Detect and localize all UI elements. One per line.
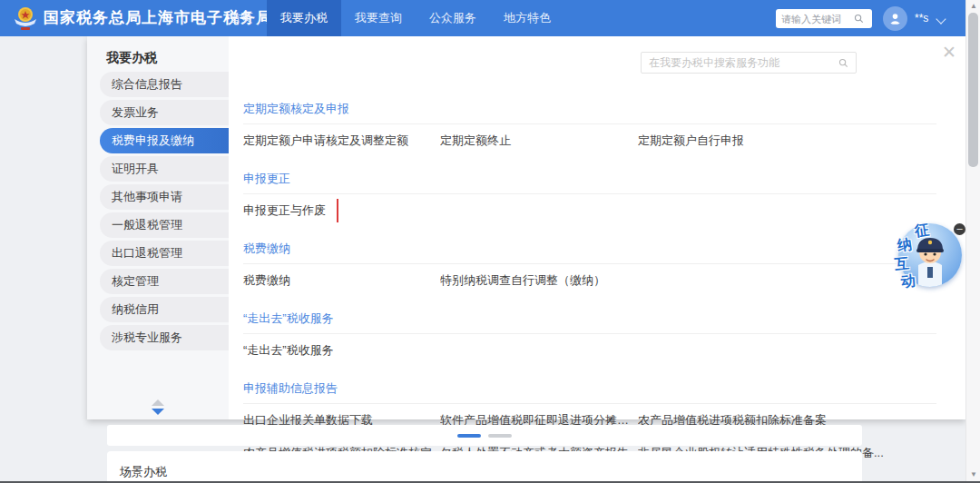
highlighted-service-box[interactable]: 申报更正与作废	[243, 199, 338, 222]
scene-tax-panel: 场景办税	[107, 451, 862, 483]
nav-item[interactable]: 我要办税	[267, 0, 341, 36]
tax-services-panel: 我要办税 综合信息报告发票业务税费申报及缴纳证明开具其他事项申请一般退税管理出口…	[87, 36, 965, 419]
page-dot[interactable]	[488, 434, 512, 438]
main-nav: 首页我要办税我要查询公众服务地方特色	[216, 0, 564, 36]
search-icon[interactable]	[854, 14, 864, 24]
service-row: 申报更正与作废	[243, 194, 936, 227]
scrollbar-thumb[interactable]	[968, 13, 978, 167]
close-icon[interactable]: ✕	[942, 44, 956, 61]
nav-item[interactable]: 我要查询	[341, 0, 416, 36]
services-content: ✕ 定期定额核定及申报 定期定额户申请核定及调整定额定期定额终止定期定额户自行申…	[229, 36, 965, 419]
section-title: 税费缴纳	[243, 242, 936, 256]
service-row: 定期定额户申请核定及调整定额定期定额终止定期定额户自行申报	[243, 124, 936, 157]
service-row: 税费缴纳特别纳税调查自行调整（缴纳）	[243, 264, 936, 297]
service-link[interactable]: 申报更正与作废	[243, 199, 440, 222]
services-search-input[interactable]	[649, 56, 838, 69]
search-icon[interactable]	[838, 58, 848, 68]
service-row: “走出去”税收服务	[243, 334, 936, 367]
sidebar-item[interactable]: 涉税专业服务	[100, 325, 229, 350]
header-search	[776, 9, 872, 28]
section-title: 申报辅助信息报告	[243, 381, 936, 396]
sidebar-item[interactable]: 证明开具	[100, 156, 229, 182]
tax-bureau-emblem-icon	[12, 5, 39, 32]
category-sidebar: 我要办税 综合信息报告发票业务税费申报及缴纳证明开具其他事项申请一般退税管理出口…	[87, 36, 229, 419]
sidebar-scroll-arrows	[87, 399, 229, 415]
username-label[interactable]: **s	[915, 0, 928, 36]
sidebar-item[interactable]: 发票业务	[100, 100, 229, 125]
scroll-up-icon[interactable]	[152, 399, 164, 406]
minimize-widget-icon[interactable]: –	[954, 223, 965, 235]
nav-item[interactable]: 公众服务	[416, 0, 490, 36]
page-scrollbar[interactable]: ▲ ▼	[965, 0, 980, 483]
person-icon	[888, 12, 902, 25]
scrollbar-up-icon[interactable]: ▲	[966, 0, 980, 13]
section-title: 申报更正	[243, 172, 936, 186]
service-link[interactable]: 定期定额户自行申报	[638, 129, 936, 153]
tax-interaction-button[interactable]	[898, 223, 962, 287]
user-avatar[interactable]	[883, 6, 907, 31]
header-search-input[interactable]	[781, 14, 854, 25]
top-header-bar: 国家税务总局上海市电子税务局 首页我要办税我要查询公众服务地方特色 **s	[0, 0, 965, 36]
section-title: “走出去”税收服务	[243, 311, 936, 326]
scroll-down-icon[interactable]	[152, 409, 164, 415]
interaction-widget: 征纳互动 –	[893, 220, 964, 291]
scrollbar-down-icon[interactable]: ▼	[966, 468, 980, 481]
service-section: 定期定额核定及申报 定期定额户申请核定及调整定额定期定额终止定期定额户自行申报	[243, 91, 936, 161]
service-section: 税费缴纳 税费缴纳特别纳税调查自行调整（缴纳）	[243, 231, 936, 301]
service-link[interactable]: 特别纳税调查自行调整（缴纳）	[440, 269, 638, 292]
chevron-down-icon[interactable]	[936, 14, 946, 24]
service-link[interactable]: 定期定额终止	[440, 129, 638, 153]
sidebar-item[interactable]: 核定管理	[100, 269, 229, 294]
sidebar-item[interactable]: 综合信息报告	[100, 72, 229, 97]
service-section: 申报更正 申报更正与作废	[243, 161, 936, 231]
sidebar-item[interactable]: 税费申报及缴纳	[100, 128, 229, 153]
sidebar-item[interactable]: 一般退税管理	[100, 212, 229, 238]
sidebar-item[interactable]: 其他事项申请	[100, 184, 229, 210]
sidebar-title: 我要办税	[106, 50, 157, 66]
service-link[interactable]: 定期定额户申请核定及调整定额	[243, 129, 440, 153]
nav-item[interactable]: 首页	[216, 0, 267, 36]
service-link[interactable]: 税费缴纳	[243, 269, 440, 292]
nav-item[interactable]: 地方特色	[490, 0, 564, 36]
scene-tax-title: 场景办税	[120, 464, 167, 480]
pagination	[107, 425, 862, 446]
service-link[interactable]: “走出去”税收服务	[243, 339, 440, 362]
services-search	[641, 52, 857, 74]
page-dot[interactable]	[457, 434, 481, 438]
tax-officer-mascot-icon	[898, 223, 962, 287]
page: 国家税务总局上海市电子税务局 首页我要办税我要查询公众服务地方特色 **s 我要…	[0, 0, 980, 483]
service-section: “走出去”税收服务 “走出去”税收服务	[243, 301, 936, 370]
sidebar-item[interactable]: 出口退税管理	[100, 241, 229, 266]
sidebar-item[interactable]: 纳税信用	[100, 297, 229, 322]
section-title: 定期定额核定及申报	[243, 102, 936, 116]
sidebar-list: 综合信息报告发票业务税费申报及缴纳证明开具其他事项申请一般退税管理出口退税管理核…	[100, 72, 229, 353]
